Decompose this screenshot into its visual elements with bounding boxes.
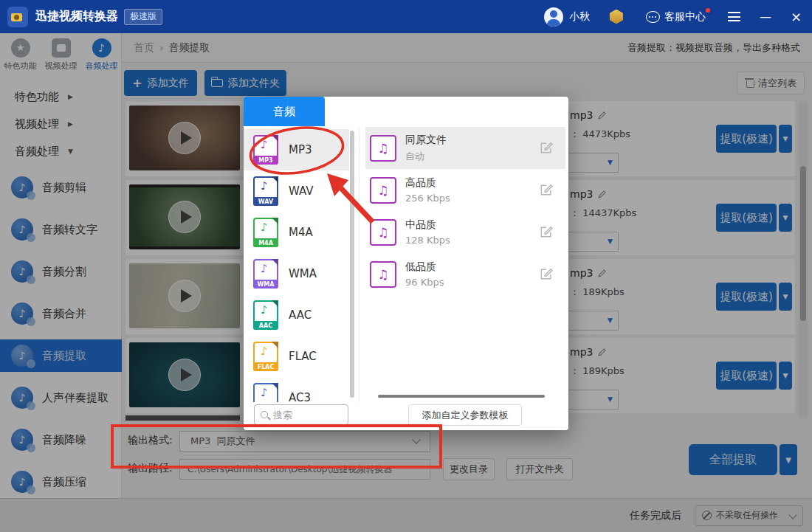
chat-bubble-icon — [646, 11, 660, 23]
app-logo-icon — [7, 7, 28, 27]
app-title: 迅捷视频转换器 — [35, 9, 118, 24]
format-option-mp3[interactable]: ♪ MP3 MP3 — [244, 129, 349, 170]
format-option-ac3[interactable]: ♪ AC3 AC3 — [244, 377, 349, 402]
user-avatar[interactable] — [544, 7, 563, 27]
preset-horizontal-scrollbar[interactable] — [378, 395, 545, 398]
edit-icon[interactable] — [539, 266, 554, 281]
titlebar-right: 小秋 客服中心 — × — [544, 7, 802, 27]
username[interactable]: 小秋 — [569, 10, 590, 24]
music-notes-icon: ♫ — [370, 135, 396, 162]
preset-low-quality[interactable]: ♫ 低品质 96 Kbps — [365, 253, 565, 295]
preset-high-quality[interactable]: ♫ 高品质 256 Kbps — [365, 169, 565, 211]
close-button[interactable]: × — [791, 10, 802, 24]
menu-icon[interactable] — [728, 12, 740, 21]
app-window: 迅捷视频转换器 极速版 小秋 客服中心 — × 首页 › 音频提取 音频提取：视… — [0, 0, 812, 532]
titlebar: 迅捷视频转换器 极速版 小秋 客服中心 — × — [0, 0, 812, 33]
aac-file-icon: ♪ AAC — [253, 300, 278, 330]
edit-icon[interactable] — [539, 224, 554, 239]
format-option-aac[interactable]: ♪ AAC AAC — [244, 294, 349, 336]
format-option-wma[interactable]: ♪ WMA WMA — [244, 253, 349, 294]
wav-file-icon: ♪ WAV — [253, 176, 278, 206]
format-list-scrollbar[interactable] — [350, 131, 354, 398]
music-notes-icon: ♫ — [370, 261, 396, 288]
quality-preset-panel: ♫ 同原文件 自动 ♫ 高品质 256 Kbps ♫ 中品质 12 — [359, 126, 568, 402]
minimize-button[interactable]: — — [760, 11, 771, 23]
format-option-flac[interactable]: ♪ FLAC FLAC — [244, 336, 349, 377]
search-icon — [261, 411, 268, 418]
ac3-file-icon: ♪ AC3 — [253, 383, 278, 402]
format-option-wav[interactable]: ♪ WAV WAV — [244, 170, 349, 212]
support-center-button[interactable]: 客服中心 — [646, 10, 706, 24]
format-search-box — [254, 404, 348, 425]
format-picker-popup: 音频 ♪ MP3 MP3 ♪ WAV WAV ♪ — [244, 97, 568, 430]
music-notes-icon: ♫ — [370, 219, 396, 246]
edit-icon[interactable] — [539, 140, 554, 155]
support-center-label: 客服中心 — [664, 10, 706, 24]
add-custom-template-button[interactable]: 添加自定义参数模板 — [408, 404, 522, 426]
preset-same-as-source[interactable]: ♫ 同原文件 自动 — [365, 127, 565, 169]
format-option-m4a[interactable]: ♪ M4A M4A — [244, 212, 349, 253]
music-notes-icon: ♫ — [370, 177, 396, 204]
flac-file-icon: ♪ FLAC — [253, 342, 278, 371]
vip-badge-icon[interactable] — [609, 10, 624, 24]
notification-dot — [706, 8, 710, 13]
preset-medium-quality[interactable]: ♫ 中品质 128 Kbps — [365, 211, 565, 253]
search-input[interactable] — [273, 410, 337, 421]
edit-icon[interactable] — [539, 182, 554, 197]
mp3-file-icon: ♪ MP3 — [253, 135, 278, 165]
wma-file-icon: ♪ WMA — [253, 259, 278, 289]
m4a-file-icon: ♪ M4A — [253, 218, 278, 247]
tab-audio[interactable]: 音频 — [244, 97, 325, 126]
edition-badge: 极速版 — [124, 9, 162, 25]
format-list: ♪ MP3 MP3 ♪ WAV WAV ♪ M4A — [244, 126, 359, 402]
